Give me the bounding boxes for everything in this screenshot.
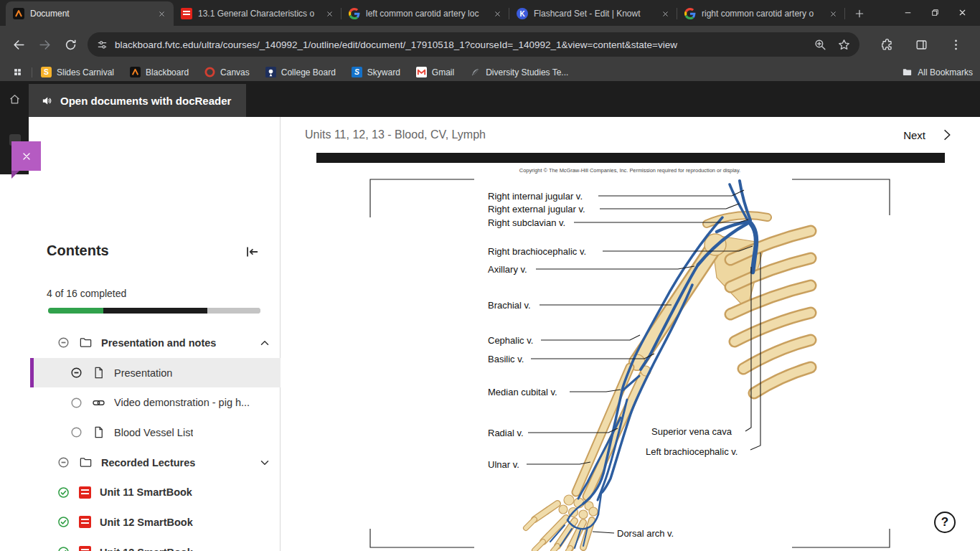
help-button[interactable]: ? <box>934 512 956 533</box>
tab-title: right common carotid artery o <box>702 9 821 19</box>
bookmark-canvas[interactable]: Canvas <box>204 67 250 77</box>
browser-menu-icon[interactable] <box>944 33 967 56</box>
feather-favicon <box>470 67 481 77</box>
document-icon <box>92 425 105 439</box>
panel-close-button[interactable] <box>11 141 41 171</box>
tab-left-carotid-search[interactable]: left common carotid artery loc <box>341 1 509 26</box>
chevron-down-icon[interactable] <box>258 456 271 469</box>
skyward-favicon <box>352 67 362 77</box>
contents-item-presentation[interactable]: Presentation <box>0 358 281 388</box>
extensions-icon[interactable] <box>875 33 898 56</box>
close-icon <box>21 151 32 162</box>
contents-item-unit12-smartbook[interactable]: Unit 12 SmartBook <box>0 507 281 537</box>
speaker-icon <box>41 95 53 107</box>
bookmark-gmail[interactable]: Gmail <box>416 67 454 77</box>
completed-check-icon <box>57 486 70 499</box>
tab-document[interactable]: Document <box>6 1 174 26</box>
apps-grid-icon[interactable] <box>9 65 26 80</box>
open-docreader-button[interactable]: Open documents with docReader <box>29 84 246 117</box>
anatomy-label: Left brachiocephalic v. <box>646 446 738 457</box>
window-controls <box>897 0 980 24</box>
progress-partial-icon <box>57 336 70 349</box>
blackboard-favicon <box>130 67 141 77</box>
browser-window: Document 13.1 General Characteristics o … <box>0 0 980 551</box>
zoom-icon[interactable] <box>814 38 827 52</box>
folder-icon <box>902 67 913 77</box>
bookmark-star-icon[interactable] <box>837 38 851 52</box>
bookmark-label: Gmail <box>432 67 454 77</box>
tab-close-icon[interactable] <box>324 8 336 20</box>
close-window-button[interactable] <box>951 2 973 22</box>
contents-panel: Contents 4 of 16 completed Presentation … <box>0 117 281 551</box>
document-icon <box>92 366 105 380</box>
bookmark-diversity-studies[interactable]: Diversity Studies Te... <box>470 67 568 77</box>
slide-upper-limb-veins: Copyright © The McGraw-Hill Companies, I… <box>316 163 945 551</box>
contents-title: Contents <box>47 242 109 259</box>
item-label: Recorded Lectures <box>101 457 195 468</box>
restore-button[interactable] <box>924 2 946 22</box>
address-bar[interactable]: blackboard.fvtc.edu/ultra/courses/_14099… <box>88 32 859 57</box>
home-icon[interactable] <box>0 81 29 117</box>
anatomy-label: Right brachiocephalic v. <box>488 246 586 257</box>
bookmarks-bar: Slides Carnival Blackboard Canvas Colleg… <box>0 63 980 81</box>
side-panel-icon[interactable] <box>910 33 933 56</box>
contents-item-unit13-smartbook[interactable]: Unit 13 SmartBook <box>0 537 281 551</box>
site-settings-icon[interactable] <box>96 39 108 51</box>
docreader-label: Open documents with docReader <box>60 95 231 107</box>
anatomy-label: Right internal jugular v. <box>488 191 583 202</box>
progress-empty-icon <box>70 396 83 410</box>
tab-close-icon[interactable] <box>659 8 672 20</box>
gmail-favicon <box>416 67 427 77</box>
contents-item-recorded-lectures[interactable]: Recorded Lectures <box>0 448 281 478</box>
tab-title: Document <box>30 9 150 19</box>
minimize-button[interactable] <box>897 2 918 22</box>
contents-item-presentation-and-notes[interactable]: Presentation and notes <box>0 328 281 358</box>
tab-close-icon[interactable] <box>491 8 504 20</box>
all-bookmarks-label: All Bookmarks <box>918 67 973 77</box>
reload-button[interactable] <box>59 33 82 56</box>
knowt-favicon <box>517 8 528 19</box>
folder-icon <box>79 336 93 349</box>
item-label: Video demonstration - pig h... <box>114 397 250 408</box>
back-button[interactable] <box>7 33 30 56</box>
tab-knowt-flashcards[interactable]: Flashcard Set - Edit | Knowt <box>509 1 677 26</box>
anatomy-label: Median cubital v. <box>488 387 557 397</box>
bookmark-label: Slides Carnival <box>57 67 114 77</box>
tab-right-carotid-search[interactable]: right common carotid artery o <box>677 1 845 26</box>
navigation-bar: blackboard.fvtc.edu/ultra/courses/_14099… <box>0 26 980 63</box>
item-label: Presentation <box>114 367 172 379</box>
collapse-panel-icon[interactable] <box>244 244 260 260</box>
anatomy-label: Brachial v. <box>488 300 531 311</box>
document-viewer-toolbar[interactable] <box>316 153 945 163</box>
next-page-button[interactable]: Next <box>903 128 954 142</box>
contents-item-video-demonstration[interactable]: Video demonstration - pig h... <box>0 387 281 418</box>
progress-segment-started <box>103 308 207 314</box>
tab-bar: Document 13.1 General Characteristics o … <box>0 0 980 26</box>
folder-icon <box>79 456 93 469</box>
item-label: Presentation and notes <box>101 337 216 349</box>
forward-button[interactable] <box>33 33 56 56</box>
bookmark-slides-carnival[interactable]: Slides Carnival <box>41 67 114 77</box>
url-text[interactable]: blackboard.fvtc.edu/ultra/courses/_14099… <box>115 39 804 50</box>
tab-title: 13.1 General Characteristics o <box>198 9 318 19</box>
bookmark-skyward[interactable]: Skyward <box>352 67 400 77</box>
contents-item-blood-vessel-list[interactable]: Blood Vessel List <box>0 418 281 448</box>
bookmark-college-board[interactable]: College Board <box>265 67 336 77</box>
tab-close-icon[interactable] <box>156 8 168 20</box>
tab-close-icon[interactable] <box>827 8 839 20</box>
bookmark-label: Diversity Studies Te... <box>486 67 568 77</box>
chevron-up-icon[interactable] <box>258 336 271 349</box>
contents-item-unit11-smartbook[interactable]: Unit 11 SmartBook <box>0 477 281 507</box>
new-tab-button[interactable] <box>849 4 870 24</box>
anatomy-label: Cephalic v. <box>488 335 533 346</box>
bookmark-label: Canvas <box>220 67 250 77</box>
slides-carnival-favicon <box>41 67 52 77</box>
all-bookmarks-button[interactable]: All Bookmarks <box>902 67 973 77</box>
google-favicon <box>349 8 360 19</box>
progress-empty-icon <box>70 425 83 439</box>
bookmark-blackboard[interactable]: Blackboard <box>130 67 189 77</box>
anatomy-label: Radial v. <box>488 428 524 438</box>
tab-mcgraw-characteristics[interactable]: 13.1 General Characteristics o <box>174 1 341 26</box>
anatomy-label: Axillary v. <box>488 264 527 275</box>
item-label: Unit 11 SmartBook <box>100 486 192 498</box>
